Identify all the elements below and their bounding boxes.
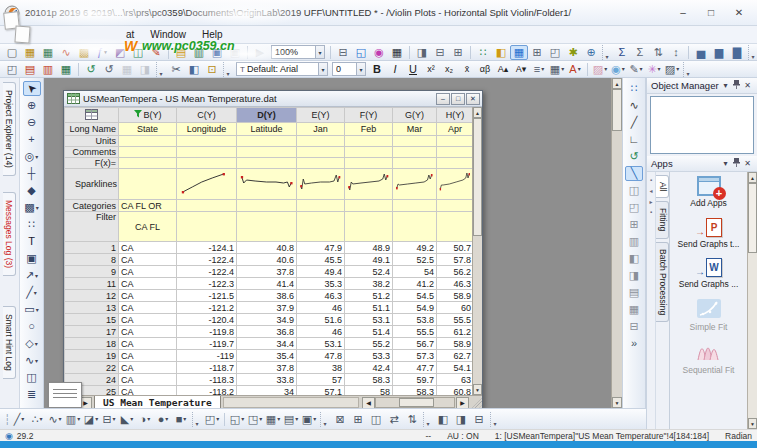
scrollbar-thumb[interactable]: [748, 183, 757, 253]
data-cell[interactable]: 42.4: [345, 362, 393, 374]
toolbar-overflow-icon[interactable]: ▾: [223, 62, 232, 77]
refresh-graph-button[interactable]: ◱: [352, 45, 370, 60]
row-header[interactable]: 15: [65, 314, 119, 326]
chevron-down-icon[interactable]: ▾: [35, 358, 38, 364]
new-matrix-button[interactable]: ▩: [75, 45, 93, 60]
chevron-down-icon[interactable]: ▾: [216, 416, 219, 422]
plot-line-symbol-button[interactable]: ∿▾: [46, 412, 64, 427]
pattern-fill-button[interactable]: ▨▾: [663, 62, 681, 77]
increase-font-button[interactable]: A▴: [494, 62, 512, 77]
data-cell[interactable]: 37.9: [237, 302, 297, 314]
italic-button[interactable]: I: [386, 62, 404, 77]
row-header[interactable]: 19: [65, 350, 119, 362]
add-layer-button[interactable]: ◱▾: [228, 412, 246, 427]
plot-pie-button[interactable]: ●▾: [154, 412, 172, 427]
column-header-h[interactable]: H(Y): [437, 108, 474, 123]
data-cell[interactable]: CA: [119, 302, 177, 314]
filter-cell[interactable]: [237, 212, 297, 242]
new-project-button[interactable]: ▢: [3, 45, 21, 60]
pointer-tool[interactable]: ➤: [23, 81, 41, 96]
worksheet-restore-button[interactable]: □: [451, 93, 465, 105]
filter-cell[interactable]: [437, 212, 474, 242]
long-name-cell[interactable]: Apr: [437, 123, 474, 136]
filter-icon[interactable]: [134, 110, 142, 120]
categories-cell[interactable]: [393, 200, 437, 212]
superscript-button[interactable]: x²: [422, 62, 440, 77]
comments-cell[interactable]: [177, 147, 237, 158]
toolbar-overflow-icon[interactable]: ▾: [320, 412, 329, 427]
open-button[interactable]: ▤: [172, 45, 190, 60]
close-icon[interactable]: ✕: [742, 81, 753, 90]
data-cell[interactable]: CA: [119, 242, 177, 254]
expand-x-button[interactable]: ⇄: [385, 412, 403, 427]
template-panel-1-button[interactable]: ◫: [625, 183, 643, 198]
data-cell[interactable]: CA: [119, 386, 177, 396]
data-cell[interactable]: CA: [119, 254, 177, 266]
sparklines-cell[interactable]: [119, 169, 177, 200]
chevron-down-icon[interactable]: ▾: [165, 416, 168, 422]
sparklines-cell[interactable]: [177, 169, 237, 200]
data-cell[interactable]: 57.3: [393, 350, 437, 362]
comments-cell[interactable]: [437, 147, 474, 158]
chevron-down-icon[interactable]: ▾: [640, 66, 643, 72]
select-data-button[interactable]: ▦: [510, 45, 528, 60]
align-top-objects-button[interactable]: ⊟: [470, 412, 488, 427]
data-cell[interactable]: -121.2: [177, 302, 237, 314]
row-header[interactable]: 13: [65, 302, 119, 314]
pin-icon[interactable]: [731, 158, 742, 169]
data-cell[interactable]: CA: [119, 374, 177, 386]
units-cell[interactable]: [297, 136, 345, 147]
split-vertical-button[interactable]: ⊞: [449, 45, 467, 60]
data-cell[interactable]: 51.4: [345, 326, 393, 338]
print-button[interactable]: ⊟: [334, 45, 352, 60]
toolbar-overflow-icon[interactable]: ▾: [423, 412, 432, 427]
scroll-down-icon[interactable]: ▼: [473, 384, 482, 395]
chevron-down-icon[interactable]: ▾: [35, 341, 38, 347]
scroll-up-icon[interactable]: ▲: [748, 172, 757, 183]
fx-cell[interactable]: [345, 158, 393, 169]
data-cell[interactable]: 53.1: [297, 338, 345, 350]
underline-button[interactable]: U: [404, 62, 422, 77]
bold-button[interactable]: B: [368, 62, 386, 77]
long-name-cell[interactable]: Latitude: [237, 123, 297, 136]
dock-right-icon[interactable]: ▸: [649, 198, 652, 205]
new-workbook-button[interactable]: ▦: [21, 45, 39, 60]
row-header[interactable]: 1: [65, 242, 119, 254]
data-cell[interactable]: 49.1: [345, 254, 393, 266]
import-wizard-button[interactable]: ◰: [3, 62, 21, 77]
merge-graph-button[interactable]: ◳▾: [246, 412, 264, 427]
font-name-combo[interactable]: TDefault: Arial▾: [236, 62, 328, 76]
decrease-font-button[interactable]: A▾: [512, 62, 530, 77]
worksheet-titlebar[interactable]: USMeanTempera - US Mean Temperature.dat …: [64, 91, 482, 107]
chevron-down-icon[interactable]: ▾: [356, 63, 365, 75]
zoom-pan-tool[interactable]: +: [23, 132, 41, 147]
row-header[interactable]: 17: [65, 326, 119, 338]
data-cell[interactable]: 62.7: [437, 350, 474, 362]
data-cell[interactable]: 56.2: [437, 266, 474, 278]
line-tool[interactable]: ╱▾: [23, 285, 41, 300]
duplicate-batch-button[interactable]: ◧: [492, 45, 510, 60]
arrow-tool[interactable]: ↗▾: [23, 268, 41, 283]
chevron-down-icon[interactable]: ▾: [39, 416, 42, 422]
fx-cell[interactable]: [437, 158, 474, 169]
template-scatter-button[interactable]: ∷: [625, 81, 643, 96]
plot-column-button[interactable]: ▥▾: [64, 412, 82, 427]
data-cell[interactable]: 38.6: [237, 290, 297, 302]
template-line-symbol-button[interactable]: ╱: [625, 115, 643, 130]
data-cell[interactable]: 55.2: [345, 338, 393, 350]
data-cell[interactable]: 48.9: [345, 242, 393, 254]
align-center-objects-button[interactable]: ◨: [452, 412, 470, 427]
data-cell[interactable]: 58.9: [437, 290, 474, 302]
row-label-long-name[interactable]: Long Name: [65, 123, 119, 136]
reimport-directly-button[interactable]: ↺: [82, 62, 100, 77]
data-cell[interactable]: 51.1: [345, 302, 393, 314]
categories-cell[interactable]: [345, 200, 393, 212]
apps-tab-all[interactable]: All: [656, 175, 669, 198]
data-cell[interactable]: 58.3: [345, 374, 393, 386]
filter-cell[interactable]: [297, 212, 345, 242]
sparklines-cell[interactable]: [437, 169, 474, 200]
import-single-ascii-button[interactable]: ▤: [21, 62, 39, 77]
row-header[interactable]: 18: [65, 338, 119, 350]
select-all-corner-cell[interactable]: [65, 108, 119, 123]
chevron-down-icon[interactable]: ▾: [95, 416, 98, 422]
